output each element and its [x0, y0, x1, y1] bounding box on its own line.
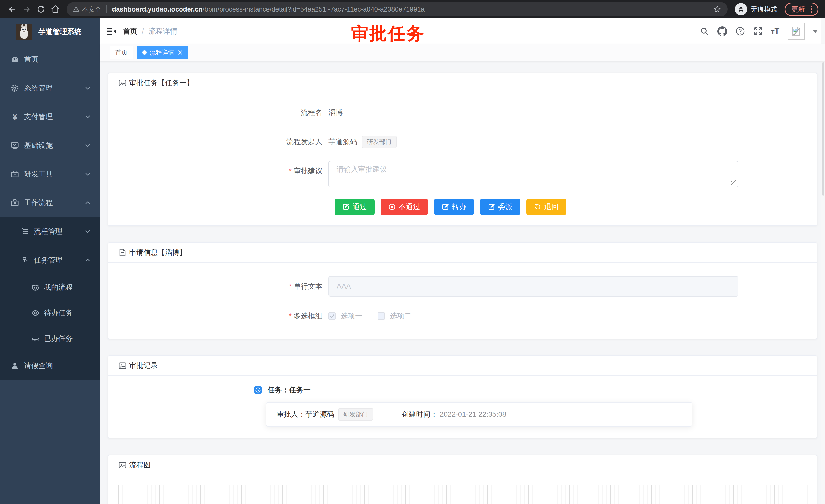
monitor-icon [10, 141, 19, 150]
sidebar-item-system[interactable]: 系统管理 [0, 74, 100, 102]
workflow-submenu: 流程管理 任务管理 我的流程 待办任务 [0, 217, 100, 380]
eye-open-icon [31, 308, 40, 318]
circle-x-icon [388, 203, 395, 211]
sidebar-item-todo-tasks[interactable]: 待办任务 [0, 300, 100, 326]
sidebar-item-process-mgmt[interactable]: 流程管理 [0, 217, 100, 246]
reject-button[interactable]: 不通过 [381, 199, 428, 215]
avatar-caret-icon[interactable] [813, 30, 818, 33]
sidebar-item-label: 首页 [24, 55, 39, 64]
form-row-comment: *审批建议 请输入审批建议 [119, 161, 807, 187]
app-title: 芋道管理系统 [39, 27, 81, 36]
toolbox-icon [10, 170, 19, 179]
edit-icon [342, 203, 350, 211]
sidebar-item-devtools[interactable]: 研发工具 [0, 160, 100, 188]
sidebar-item-infra[interactable]: 基础设施 [0, 131, 100, 160]
comment-textarea[interactable]: 请输入审批建议 [328, 161, 738, 187]
close-icon[interactable] [178, 50, 182, 55]
bpmn-grid-canvas[interactable] [119, 485, 808, 504]
sidebar-item-leave-query[interactable]: 请假查询 [0, 351, 100, 380]
app-logo[interactable]: 芋道管理系统 [0, 18, 100, 45]
approval-record-item: 审批人： 芋道源码 研发部门 创建时间： 2022-01-21 22:35:08 [266, 402, 692, 427]
breadcrumb: 首页 / 流程详情 [123, 26, 177, 36]
font-size-icon[interactable]: TT [771, 27, 779, 35]
help-icon[interactable] [735, 26, 745, 36]
process-name-value: 滔博 [328, 102, 343, 123]
sidebar-collapse-icon[interactable] [106, 27, 116, 35]
sidebar-item-label: 我的流程 [44, 282, 73, 292]
field-label: *单行文本 [119, 276, 328, 297]
sidebar-item-task-mgmt[interactable]: 任务管理 [0, 246, 100, 274]
active-dot-icon [142, 51, 147, 55]
approval-records-card: 审批记录 任务：任务一 审批人： 芋道源码 研发部门 [107, 355, 817, 438]
breadcrumb-home[interactable]: 首页 [123, 26, 137, 36]
home-icon[interactable] [48, 2, 63, 16]
fullscreen-icon[interactable] [753, 26, 763, 36]
forward-icon[interactable] [19, 2, 34, 16]
incognito-icon [735, 3, 747, 15]
checkbox-option2[interactable]: 选项二 [378, 311, 411, 321]
chevron-up-icon [85, 257, 91, 263]
approval-task-card: 审批任务【任务一】 流程名 滔博 流程发起人 芋道源码 研发部门 [107, 73, 817, 226]
checkbox-checked-icon [328, 313, 335, 320]
approve-button[interactable]: 通过 [334, 199, 375, 215]
checkbox-option1[interactable]: 选项一 [328, 311, 362, 321]
document-icon [119, 248, 127, 257]
screen: 不安全 dashboard.yudao.iocoder.cn/bpm/proce… [0, 0, 825, 504]
card-body: *单行文本 *多选框组 选项一 [108, 263, 817, 339]
task-tree-icon [21, 256, 30, 265]
required-mark: * [289, 312, 292, 320]
edit-icon [442, 203, 449, 211]
yen-icon: ¥ [10, 112, 19, 121]
return-button[interactable]: 退回 [526, 199, 566, 215]
initiator-name: 芋道源码 [328, 132, 357, 152]
delegate-button[interactable]: 委派 [480, 199, 520, 215]
card-title: 流程图 [129, 460, 151, 470]
field-label: 流程名 [119, 102, 328, 123]
url-bar[interactable]: 不安全 dashboard.yudao.iocoder.cn/bpm/proce… [67, 2, 728, 16]
back-icon[interactable] [5, 2, 19, 16]
single-line-text-input[interactable] [328, 276, 738, 297]
gear-icon [10, 83, 19, 93]
warning-icon [73, 6, 79, 12]
reload-icon[interactable] [34, 2, 48, 16]
chevron-down-icon [85, 142, 91, 149]
field-label: *审批建议 [119, 161, 328, 187]
form-row-text: *单行文本 [119, 276, 807, 297]
card-title: 审批记录 [129, 361, 158, 370]
scrollbar-thumb[interactable] [822, 63, 824, 196]
resize-handle-icon[interactable] [731, 180, 736, 185]
card-header: 申请信息【滔博】 [108, 243, 817, 263]
chevron-down-icon [85, 85, 91, 91]
created-time: 2022-01-21 22:35:08 [440, 410, 506, 418]
menu-kebab-icon[interactable] [809, 6, 815, 13]
security-chip[interactable]: 不安全 [73, 5, 101, 14]
avatar[interactable] [788, 23, 805, 40]
sidebar-item-my-process[interactable]: 我的流程 [0, 274, 100, 300]
sidebar-item-label: 任务管理 [34, 255, 63, 265]
checkbox-label: 选项一 [341, 311, 362, 321]
breadcrumb-current: 流程详情 [149, 26, 177, 36]
picture-icon [119, 461, 127, 469]
approver-name: 芋道源码 [305, 410, 334, 419]
update-button[interactable]: 更新 [784, 3, 818, 16]
sidebar-item-done-tasks[interactable]: 已办任务 [0, 326, 100, 351]
scrollbar[interactable] [821, 18, 825, 504]
transfer-button[interactable]: 转办 [434, 199, 474, 215]
card-title: 申请信息【滔博】 [129, 248, 186, 257]
sidebar-item-label: 系统管理 [24, 83, 53, 93]
field-label: 流程发起人 [119, 132, 328, 152]
edit-icon [488, 203, 495, 211]
tab-process-detail[interactable]: 流程详情 [137, 46, 188, 59]
tab-home[interactable]: 首页 [110, 46, 133, 59]
checkbox-unchecked-icon [378, 313, 385, 320]
github-icon[interactable] [718, 26, 727, 36]
sidebar-item-payment[interactable]: ¥ 支付管理 [0, 102, 100, 131]
bookmark-star-icon[interactable] [713, 5, 722, 13]
sidebar-item-home[interactable]: 首页 [0, 45, 100, 74]
search-icon[interactable] [699, 26, 709, 36]
card-header: 审批记录 [108, 356, 817, 376]
sidebar-item-workflow[interactable]: 工作流程 [0, 188, 100, 217]
dept-tag: 研发部门 [338, 408, 373, 421]
divider [106, 5, 107, 13]
initiator-value: 芋道源码 研发部门 [328, 132, 397, 152]
